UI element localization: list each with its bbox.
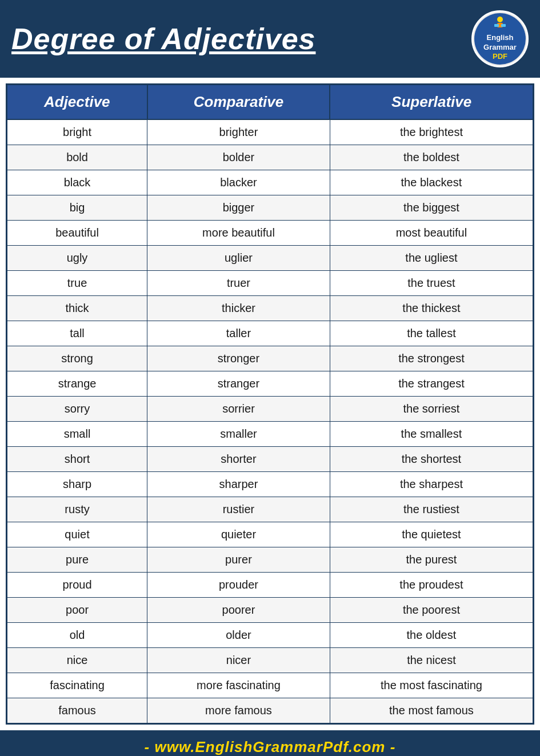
logo-text-grammar: Grammar	[483, 43, 517, 53]
footer-prefix: -	[145, 738, 155, 755]
header-row: Adjective Comparative Superlative	[7, 85, 534, 120]
table-cell: true	[7, 271, 147, 296]
table-cell: ugly	[7, 246, 147, 271]
table-cell: the boldest	[330, 145, 533, 170]
table-cell: the purest	[330, 547, 533, 573]
table-cell: sharper	[147, 472, 330, 497]
table-body: brightbrighterthe brightestboldbolderthe…	[7, 119, 534, 724]
table-cell: the smallest	[330, 422, 533, 447]
table-cell: sorrier	[147, 397, 330, 422]
adjectives-table: Adjective Comparative Superlative bright…	[6, 83, 534, 725]
table-cell: the truest	[330, 271, 533, 296]
table-row: famousmore famousthe most famous	[7, 698, 534, 724]
table-cell: taller	[147, 321, 330, 346]
table-cell: prouder	[147, 573, 330, 598]
svg-point-0	[497, 17, 503, 22]
table-cell: sorry	[7, 397, 147, 422]
table-cell: the nicest	[330, 648, 533, 673]
table-cell: beautiful	[7, 221, 147, 246]
table-cell: the rustiest	[330, 497, 533, 522]
table-row: truetruerthe truest	[7, 271, 534, 296]
svg-rect-3	[501, 24, 506, 27]
table-row: purepurerthe purest	[7, 547, 534, 573]
table-cell: nice	[7, 648, 147, 673]
table-cell: black	[7, 170, 147, 195]
table-cell: the quietest	[330, 522, 533, 547]
col-comparative: Comparative	[147, 85, 330, 120]
table-cell: shorter	[147, 447, 330, 472]
table-cell: tall	[7, 321, 147, 346]
table-cell: the strangest	[330, 371, 533, 397]
table-row: shortshorterthe shortest	[7, 447, 534, 472]
table-cell: bright	[7, 119, 147, 145]
table-cell: thicker	[147, 296, 330, 321]
table-cell: more famous	[147, 698, 330, 724]
table-cell: uglier	[147, 246, 330, 271]
col-adjective: Adjective	[7, 85, 147, 120]
table-cell: pure	[7, 547, 147, 573]
table-row: thickthickerthe thickest	[7, 296, 534, 321]
table-cell: quiet	[7, 522, 147, 547]
table-cell: the ugliest	[330, 246, 533, 271]
table-cell: more fascinating	[147, 673, 330, 698]
table-header: Adjective Comparative Superlative	[7, 85, 534, 120]
table-cell: the most famous	[330, 698, 533, 724]
table-cell: bigger	[147, 195, 330, 221]
table-row: beautifulmore beautifulmost beautiful	[7, 221, 534, 246]
table-cell: sharp	[7, 472, 147, 497]
table-cell: most beautiful	[330, 221, 533, 246]
table-cell: the shortest	[330, 447, 533, 472]
table-row: oldolderthe oldest	[7, 623, 534, 648]
table-cell: small	[7, 422, 147, 447]
table-cell: quieter	[147, 522, 330, 547]
table-cell: the sharpest	[330, 472, 533, 497]
table-cell: smaller	[147, 422, 330, 447]
table-cell: the blackest	[330, 170, 533, 195]
table-cell: big	[7, 195, 147, 221]
table-cell: fascinating	[7, 673, 147, 698]
page-header: Degree of Adjectives English Grammar PDF	[0, 0, 540, 78]
table-cell: rustier	[147, 497, 330, 522]
table-cell: poorer	[147, 598, 330, 623]
table-cell: the poorest	[330, 598, 533, 623]
table-cell: poor	[7, 598, 147, 623]
table-cell: thick	[7, 296, 147, 321]
table-cell: proud	[7, 573, 147, 598]
col-superlative: Superlative	[330, 85, 533, 120]
table-row: strongstrongerthe strongest	[7, 346, 534, 371]
table-cell: the biggest	[330, 195, 533, 221]
table-cell: famous	[7, 698, 147, 724]
table-cell: stranger	[147, 371, 330, 397]
table-row: sharpsharperthe sharpest	[7, 472, 534, 497]
table-cell: older	[147, 623, 330, 648]
table-row: quietquieterthe quietest	[7, 522, 534, 547]
table-cell: the tallest	[330, 321, 533, 346]
table-row: rustyrustierthe rustiest	[7, 497, 534, 522]
table-row: uglyuglierthe ugliest	[7, 246, 534, 271]
logo-inner: English Grammar PDF	[474, 13, 526, 65]
table-cell: the brightest	[330, 119, 533, 145]
table-row: bigbiggerthe biggest	[7, 195, 534, 221]
table-cell: stronger	[147, 346, 330, 371]
table-cell: bolder	[147, 145, 330, 170]
table-cell: old	[7, 623, 147, 648]
table-row: sorrysorrierthe sorriest	[7, 397, 534, 422]
table-container: Adjective Comparative Superlative bright…	[0, 78, 540, 725]
page-footer: - www.EnglishGrammarPdf.com -	[0, 730, 540, 756]
table-row: fascinatingmore fascinatingthe most fasc…	[7, 673, 534, 698]
table-row: smallsmallerthe smallest	[7, 422, 534, 447]
table-row: poorpoorerthe poorest	[7, 598, 534, 623]
table-row: talltallerthe tallest	[7, 321, 534, 346]
table-cell: the proudest	[330, 573, 533, 598]
table-row: brightbrighterthe brightest	[7, 119, 534, 145]
table-cell: the thickest	[330, 296, 533, 321]
table-row: strangestrangerthe strangest	[7, 371, 534, 397]
table-cell: more beautiful	[147, 221, 330, 246]
table-cell: nicer	[147, 648, 330, 673]
logo-text-english: English	[487, 33, 514, 43]
logo-badge: English Grammar PDF	[471, 10, 529, 67]
table-cell: rusty	[7, 497, 147, 522]
table-cell: short	[7, 447, 147, 472]
table-row: proudprouderthe proudest	[7, 573, 534, 598]
table-cell: the oldest	[330, 623, 533, 648]
